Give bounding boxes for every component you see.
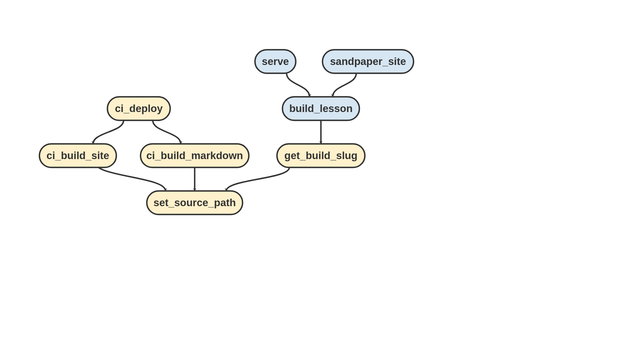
node-label: ci_build_markdown — [146, 150, 243, 161]
node-label: build_lesson — [289, 103, 353, 114]
node-build_lesson: build_lesson — [283, 97, 360, 120]
node-label: get_build_slug — [284, 150, 358, 161]
node-label: sandpaper_site — [330, 56, 406, 67]
node-sandpaper_site: sandpaper_site — [322, 50, 414, 73]
node-ci_build_site: ci_build_site — [40, 144, 116, 168]
node-label: serve — [262, 56, 289, 67]
node-ci_deploy: ci_deploy — [107, 97, 170, 120]
edge-serve-to-build_lesson — [286, 73, 309, 97]
node-serve: serve — [255, 50, 296, 73]
edge-sandpaper_site-to-build_lesson — [333, 73, 356, 97]
node-label: ci_build_site — [46, 150, 109, 161]
node-label: set_source_path — [154, 197, 236, 208]
node-get_build_slug: get_build_slug — [277, 144, 365, 168]
node-set_source_path: set_source_path — [147, 191, 243, 215]
dependency-diagram: servesandpaper_siteci_deploybuild_lesson… — [0, 0, 623, 364]
edge-get_build_slug-to-set_source_path — [226, 168, 290, 191]
edges-layer — [93, 73, 356, 191]
node-label: ci_deploy — [115, 103, 163, 114]
edge-ci_deploy-to-ci_build_markdown — [153, 120, 181, 144]
edge-ci_deploy-to-ci_build_site — [93, 120, 124, 144]
node-ci_build_markdown: ci_build_markdown — [141, 144, 249, 168]
